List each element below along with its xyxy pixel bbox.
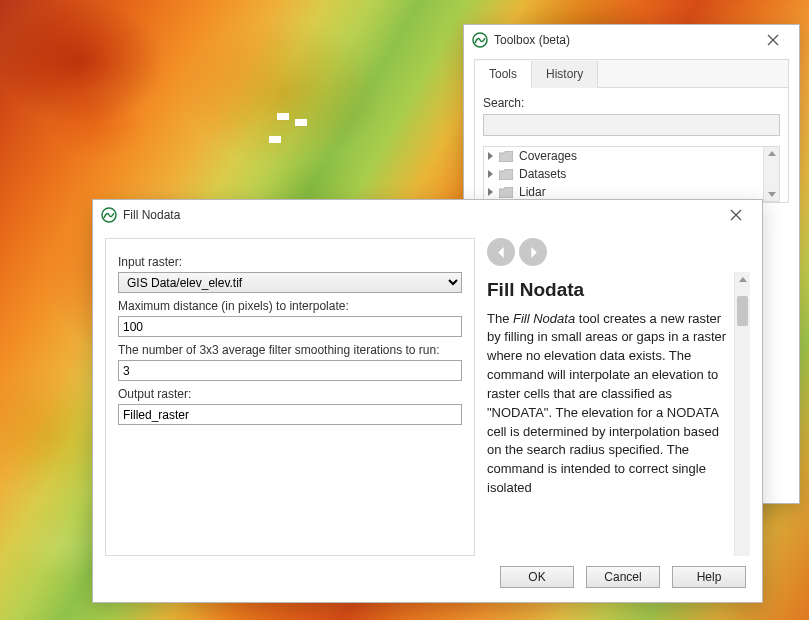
tool-tree[interactable]: Coverages Datasets Lidar: [483, 146, 780, 202]
help-button[interactable]: Help: [672, 566, 746, 588]
tree-item-datasets[interactable]: Datasets: [484, 165, 779, 183]
output-raster-input[interactable]: [118, 404, 462, 425]
help-heading: Fill Nodata: [487, 276, 730, 304]
help-scrollbar[interactable]: [734, 272, 750, 556]
tree-item-label: Datasets: [519, 167, 566, 181]
search-input[interactable]: [483, 114, 780, 136]
toolbox-titlebar[interactable]: Toolbox (beta): [464, 25, 799, 55]
help-body: The Fill Nodata tool creates a new raste…: [487, 310, 730, 498]
app-logo-icon: [472, 32, 488, 48]
output-raster-label: Output raster:: [118, 387, 462, 401]
close-icon: [767, 34, 779, 46]
tree-scrollbar[interactable]: [763, 147, 779, 201]
arrow-right-icon: [527, 246, 540, 259]
ok-button[interactable]: OK: [500, 566, 574, 588]
app-logo-icon: [101, 207, 117, 223]
cancel-button[interactable]: Cancel: [586, 566, 660, 588]
toolbox-panel: Tools History Search: Coverages Datasets: [474, 59, 789, 203]
search-label: Search:: [483, 96, 780, 110]
iterations-input[interactable]: [118, 360, 462, 381]
help-back-button[interactable]: [487, 238, 515, 266]
chevron-right-icon: [488, 170, 493, 178]
tree-item-label: Lidar: [519, 185, 546, 199]
input-raster-select[interactable]: GIS Data/elev_elev.tif: [118, 272, 462, 293]
folder-icon: [499, 151, 513, 162]
chevron-right-icon: [488, 152, 493, 160]
folder-icon: [499, 187, 513, 198]
help-forward-button[interactable]: [519, 238, 547, 266]
arrow-left-icon: [495, 246, 508, 259]
tree-item-label: Coverages: [519, 149, 577, 163]
toolbox-close-button[interactable]: [753, 26, 793, 54]
nodata-pixel: [277, 113, 289, 120]
nodata-pixel: [269, 136, 281, 143]
scrollbar-thumb[interactable]: [737, 296, 748, 326]
fill-nodata-dialog: Fill Nodata Input raster: GIS Data/elev_…: [92, 199, 763, 603]
dialog-titlebar[interactable]: Fill Nodata: [93, 200, 762, 230]
chevron-right-icon: [488, 188, 493, 196]
dialog-title: Fill Nodata: [123, 208, 180, 222]
max-distance-input[interactable]: [118, 316, 462, 337]
dialog-button-row: OK Cancel Help: [93, 556, 762, 602]
max-distance-label: Maximum distance (in pixels) to interpol…: [118, 299, 462, 313]
iterations-label: The number of 3x3 average filter smoothi…: [118, 343, 462, 357]
toolbox-title: Toolbox (beta): [494, 33, 570, 47]
nodata-pixel: [295, 119, 307, 126]
parameters-panel: Input raster: GIS Data/elev_elev.tif Max…: [105, 238, 475, 556]
tab-history[interactable]: History: [532, 61, 598, 88]
help-panel: Fill Nodata The Fill Nodata tool creates…: [487, 238, 750, 556]
dialog-close-button[interactable]: [716, 201, 756, 229]
toolbox-tabs: Tools History: [475, 60, 788, 88]
input-raster-label: Input raster:: [118, 255, 462, 269]
tree-item-coverages[interactable]: Coverages: [484, 147, 779, 165]
help-content: Fill Nodata The Fill Nodata tool creates…: [487, 272, 734, 556]
close-icon: [730, 209, 742, 221]
tab-tools[interactable]: Tools: [475, 61, 532, 88]
folder-icon: [499, 169, 513, 180]
